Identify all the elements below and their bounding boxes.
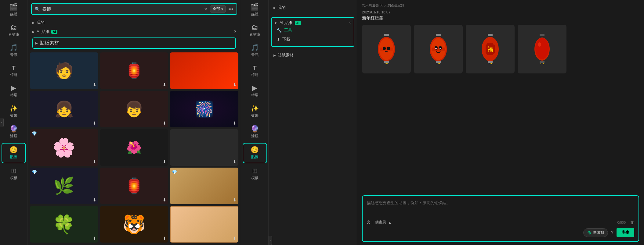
right-nav-transition[interactable]: ▶ 轉場 [243,82,267,101]
generate-button[interactable]: 產生 [617,228,634,237]
sticker-cell-girl[interactable]: 👧 ⬇ [30,91,98,127]
girl-sticker: 👧 [30,91,98,127]
right-nav-label-filter: 濾鏡 [251,133,259,139]
lantern-preview-c[interactable]: 福 [466,25,515,73]
sticker-cell-orange-card[interactable]: ⬇ [170,206,238,243]
left-nav-sidebar: 🎬 媒體 🗂 素材庫 🎵 音訊 T 標題 ▶ 轉場 ✨ 效果 🔮 濾鏡 😊 [0,0,27,245]
download-icon-13[interactable]: ⬇ [93,236,96,241]
sticker-material-item[interactable]: ▶ 貼紙素材 [32,37,236,49]
right-nav-title[interactable]: T 標題 [243,62,267,80]
sticker-cell-lantern2[interactable]: 🏮 ⬇ [100,168,168,204]
download-row[interactable]: ⬇ 下載 [274,35,351,44]
download-icon-ai: ⬇ [277,37,280,42]
download-icon-10[interactable]: ⬇ [93,197,96,202]
brown-card-sticker [170,168,238,204]
sticker-cell-brown-card[interactable]: 💎 ⬇ [170,168,238,204]
sticker-cell-firework[interactable]: 🎆 ⬇ [170,91,238,127]
nav-item-filter[interactable]: 🔮 濾鏡 [2,122,26,142]
filter-button[interactable]: 全部 ▾ [210,5,226,12]
right-nav-label-transition: 轉場 [251,93,259,98]
nav-item-sticker[interactable]: 😊 貼圖 [2,143,26,163]
download-icon-12[interactable]: ⬇ [233,197,237,202]
sticker-cell-red-banner[interactable]: ⬇ [170,52,238,89]
svg-rect-10 [436,34,441,36]
lantern-preview-b[interactable] [414,25,463,73]
more-options-icon[interactable]: ••• [228,6,233,12]
download-icon-2[interactable]: ⬇ [163,82,166,87]
right-transition-icon: ▶ [252,85,257,91]
nav-item-media[interactable]: 🎬 媒體 [2,1,26,20]
help-icon[interactable]: ? [611,230,613,235]
notice-bar: 您只剩過去 30 天的產生記錄 [362,3,639,8]
download-icon-6[interactable]: ⬇ [233,121,237,126]
right-nav-effects[interactable]: ✨ 效果 [243,102,267,121]
download-icon-8[interactable]: ⬇ [163,159,166,164]
right-nav-audio[interactable]: 🎵 音訊 [243,41,267,61]
right-nav-sticker[interactable]: 😊 貼圖 [243,143,267,163]
svg-line-19 [436,63,437,64]
download-icon-11[interactable]: ⬇ [163,197,166,202]
empty-sticker [170,129,238,166]
sticker-cell-empty[interactable]: ⬇ [170,129,238,166]
sticker-cell-lantern[interactable]: 🏮 ⬇ [100,52,168,89]
tool-row[interactable]: 🔧 工具 [274,26,351,35]
ai-question-icon[interactable]: ? [349,21,351,25]
sticker-cell-kid[interactable]: 👦 ⬇ [100,91,168,127]
plum-sticker: 🌿 [30,168,98,204]
right-sticker-material[interactable]: ▶ 貼紙素材 [271,51,354,60]
ai-gen-textarea[interactable] [367,200,634,215]
sticker-cell-plum[interactable]: 🌿 💎 ⬇ [30,168,98,204]
right-nav-label-library: 素材庫 [249,32,260,37]
lantern-preview-a[interactable] [362,25,411,73]
nav-item-template[interactable]: ⊞ 模板 [2,165,26,184]
lantern-preview-d[interactable] [518,25,566,73]
left-collapse-button[interactable]: ‹ [0,118,4,127]
question-icon[interactable]: ? [234,30,236,34]
sticker-cell-small-flowers[interactable]: 🌺 ⬇ [100,129,168,166]
right-nav-filter[interactable]: 🔮 濾鏡 [243,122,267,142]
download-icon-4[interactable]: ⬇ [93,121,96,126]
red-banner-sticker [170,52,238,89]
download-icon-9[interactable]: ⬇ [233,159,237,164]
left-panel: 🎬 媒體 🗂 素材庫 🎵 音訊 T 標題 ▶ 轉場 ✨ 效果 🔮 濾鏡 😊 [0,0,241,245]
search-clear-icon[interactable]: ✕ [204,7,208,12]
search-input[interactable] [42,7,201,12]
chevron-right-icon: ▶ [32,21,35,24]
tree-item-ai-sticker[interactable]: ▶ AI 貼紙 AI ? [30,27,238,36]
svg-line-29 [488,63,489,64]
unlimited-button[interactable]: ⊕ 無限制 [583,228,608,237]
right-nav-media[interactable]: 🎬 媒體 [243,1,267,20]
nav-item-transition[interactable]: ▶ 轉場 [2,82,26,101]
right-collapse-button[interactable]: ‹ [269,236,272,245]
right-nav-template[interactable]: ⊞ 模板 [243,165,267,184]
chevron-down-icon-style: ▲ [388,220,392,225]
nav-item-title[interactable]: T 標題 [2,62,26,80]
sticker-cell-clover[interactable]: 🍀 ⬇ [30,206,98,243]
download-icon-5[interactable]: ⬇ [163,121,166,126]
download-icon-14[interactable]: ⬇ [163,236,166,241]
nav-label-audio: 音訊 [10,52,17,58]
sticker-mat-label: ▶ 貼紙素材 [273,52,352,58]
tree-item-my[interactable]: ▶ 我的 [30,18,238,27]
right-effects-icon: ✨ [251,105,259,112]
delete-icon[interactable]: 🗑 [630,220,634,225]
orange-card-sticker [170,206,238,243]
nav-item-effects[interactable]: ✨ 效果 [2,102,26,121]
sticker-cell-person[interactable]: 🧑 ⬇ [30,52,98,89]
download-icon-1[interactable]: ⬇ [93,82,96,87]
download-icon-15[interactable]: ⬇ [233,236,237,241]
timestamp-text: 2025/01/13 16:07 [362,10,390,14]
nav-item-audio[interactable]: 🎵 音訊 [2,41,26,61]
right-tree-my[interactable]: ▶ 我的 [271,3,354,12]
nav-item-library[interactable]: 🗂 素材庫 [2,21,26,40]
download-icon-7[interactable]: ⬇ [93,159,96,164]
sticker-cell-tiger[interactable]: 🐯 ⬇ [100,206,168,243]
svg-point-36 [538,42,541,47]
premium-badge-1: 💎 [32,131,37,136]
download-icon-3[interactable]: ⬇ [233,82,237,87]
sticker-cell-red-flower[interactable]: 🌸 💎 ⬇ [30,129,98,166]
right-nav-library[interactable]: 🗂 素材庫 [243,21,267,40]
lantern-svg-b [426,34,450,64]
right-nav-sidebar: 🎬 媒體 🗂 素材庫 🎵 音訊 T 標題 ▶ 轉場 ✨ 效果 🔮 濾鏡 😊 [241,0,269,245]
style-selector[interactable]: 文 | 插畫風 ▲ [367,220,392,225]
